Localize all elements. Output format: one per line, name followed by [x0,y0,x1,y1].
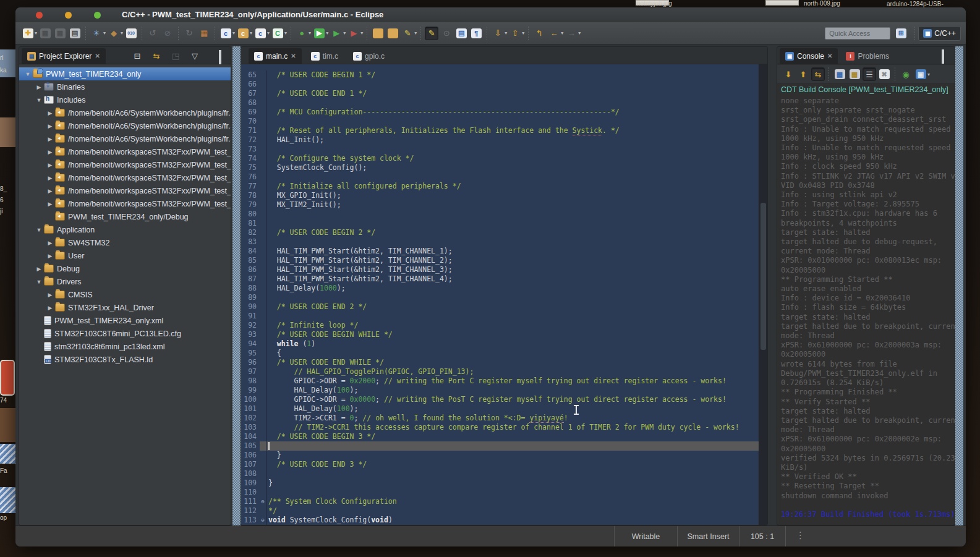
code-line[interactable]: 74 /* Configure the system clock */ [241,154,767,163]
editor-tab-gpio.c[interactable]: cgpio.c [347,48,390,64]
link-with-editor-icon[interactable]: ⇆ [150,49,163,62]
line-number[interactable]: 73 [241,145,260,154]
code-line[interactable]: 79 MX_TIM2_Init(); [241,200,767,210]
code-line[interactable]: 102 TIM2->CCR1 = 0; // oh well, I found … [241,414,767,423]
tab-problems[interactable]: !Problems [840,48,895,64]
tree-item[interactable]: ▶/home/benoit/workspaceSTM32Fxx/PWM_test… [19,158,231,171]
next-annotation-icon-dropdown[interactable]: ▾ [505,30,507,36]
editor-tab-tim.c[interactable]: ctim.c [305,48,344,64]
line-number[interactable]: 106 [241,451,260,460]
fold-collapse-icon[interactable]: ⊖ [260,516,266,525]
line-number[interactable]: 109 [241,478,260,488]
sash-console-edge[interactable] [955,46,963,525]
editor-tab-main.c[interactable]: cmain.c✕ [249,48,302,64]
line-number[interactable]: 74 [241,154,260,163]
expand-arrow-icon[interactable]: ▶ [46,149,54,155]
clear-console-icon[interactable]: ✖ [877,67,891,81]
line-number[interactable]: 97 [241,367,260,376]
line-number[interactable]: 75 [241,163,260,172]
line-number[interactable]: 72 [241,135,260,145]
statusbar-grip[interactable]: ⋮ [796,530,806,541]
tree-item[interactable]: PWM_test_TIMER234_only/Debug [19,210,231,223]
line-number[interactable]: 95 [241,349,260,358]
code-line[interactable]: 111⊖/** System Clock Configuration [241,497,767,506]
code-line[interactable]: 96 /* USER CODE END WHILE */ [241,358,767,367]
line-number[interactable]: 77 [241,182,260,191]
line-number[interactable]: 103 [241,423,260,432]
last-edit-icon[interactable]: ↰ [532,27,546,40]
word-wrap-icon[interactable]: ☰ [863,67,876,81]
line-number[interactable]: 94 [241,339,260,349]
code-line[interactable]: 76 [241,172,767,182]
new-c-file-icon-dropdown[interactable]: ▾ [232,30,235,36]
code-line[interactable]: 91 [241,312,767,321]
build-all-icon[interactable]: ✳ [90,27,103,40]
new-cpp-class-icon[interactable]: C [271,27,284,40]
cpp-perspective-button[interactable]: ▦ C/C++ [918,26,961,41]
expand-arrow-icon[interactable]: ▶ [46,253,54,259]
sash-explorer-editor[interactable] [232,46,241,525]
code-line[interactable]: 84 HAL_TIM_PWM_Start(&htim2, TIM_CHANNEL… [241,247,767,256]
line-number[interactable]: 65 [241,70,260,80]
prev-annotation-icon[interactable]: ⇧ [508,27,522,40]
expand-arrow-icon[interactable]: ▶ [46,162,54,168]
expand-arrow-icon[interactable]: ▶ [46,292,54,298]
line-number[interactable]: 104 [241,432,260,441]
expand-arrow-icon[interactable]: ▶ [35,266,43,272]
expand-arrow-icon[interactable]: ▼ [24,71,32,77]
code-line[interactable]: 68 [241,98,767,108]
line-number[interactable]: 91 [241,312,260,321]
tree-item[interactable]: ▶/home/benoit/Ac6/SystemWorkbench/plugin… [19,132,231,145]
minimize-view-icon[interactable] [207,53,215,59]
code-line[interactable]: 80 [241,210,767,219]
line-number[interactable]: 110 [241,488,260,497]
run-icon[interactable]: ▶ [312,27,326,40]
new-c-class-icon-dropdown[interactable]: ▾ [267,30,270,36]
profile-icon-dropdown[interactable]: ▾ [360,30,363,36]
code-area[interactable]: 65 /* USER CODE BEGIN 1 */6667 /* USER C… [241,64,767,525]
display-console-icon[interactable]: ▦ [833,67,846,81]
code-line[interactable]: 65 /* USER CODE BEGIN 1 */ [241,70,767,80]
prev-annotation-icon-dropdown[interactable]: ▾ [522,30,524,36]
code-line[interactable]: 97 // HAL_GPIO_TogglePin(GPIOC, GPIO_PIN… [241,367,767,376]
line-number[interactable]: 76 [241,172,260,182]
code-line[interactable]: 67 /* USER CODE END 1 */ [241,89,767,98]
line-number[interactable]: 84 [241,247,260,256]
open-console-icon-dropdown[interactable]: ▾ [927,72,930,77]
build-all-icon-dropdown[interactable]: ▾ [103,30,106,36]
search-pencil-icon[interactable]: ✎ [401,27,414,40]
expand-arrow-icon[interactable]: ▼ [35,227,43,233]
code-line[interactable]: 100 GPIOC->ODR = 0x0000; // writing the … [241,395,767,404]
build-hammer-icon-dropdown[interactable]: ▾ [121,30,123,36]
profile-icon[interactable]: ▶ [347,27,360,40]
quick-access-input[interactable] [825,27,890,40]
tree-item[interactable]: ▼Application [19,223,231,236]
line-number[interactable]: 78 [241,191,260,200]
code-line[interactable]: 85 HAL_TIM_PWM_Start(&htim2, TIM_CHANNEL… [241,256,767,265]
tree-item[interactable]: ▶CMSIS [19,288,231,301]
line-number[interactable]: 70 [241,117,260,126]
tab-console[interactable]: ▣Console✕ [780,48,838,64]
next-annotation-icon[interactable]: ⇩ [491,27,505,40]
code-line[interactable]: 69 /* MCU Configuration-----------------… [241,108,767,117]
code-line[interactable]: 112*/ [241,506,767,516]
tree-item[interactable]: ▶/home/benoit/Ac6/SystemWorkbench/plugin… [19,106,231,119]
code-line[interactable]: 98 GPIOC->ODR = 0x2000; // writing the P… [241,376,767,386]
code-line[interactable]: 93 /* USER CODE BEGIN WHILE */ [241,330,767,339]
tree-item[interactable]: ▶/home/benoit/workspaceSTM32Fxx/PWM_test… [19,184,231,197]
open-console-icon[interactable]: ▣ [914,67,927,81]
code-line[interactable]: 95 { [241,349,767,358]
expand-arrow-icon[interactable]: ▶ [46,175,54,181]
line-number[interactable]: 113 [241,516,260,525]
expand-arrow-icon[interactable]: ▶ [46,110,54,116]
line-number[interactable]: 88 [241,284,260,293]
code-line[interactable]: 89 [241,293,767,302]
new-icon[interactable]: ✚ [21,27,35,40]
sync-console-icon[interactable]: ⇆ [811,67,825,81]
code-line[interactable]: 106 } [241,451,767,460]
code-line[interactable]: 78 MX_GPIO_Init(); [241,191,767,200]
pin-console-icon[interactable]: ◉ [899,67,913,81]
code-line[interactable]: 90 /* USER CODE END 2 */ [241,302,767,312]
code-line[interactable]: 113⊖void SystemClock_Config(void) [241,516,767,525]
tree-item[interactable]: ▶/home/benoit/Ac6/SystemWorkbench/plugin… [19,119,231,132]
